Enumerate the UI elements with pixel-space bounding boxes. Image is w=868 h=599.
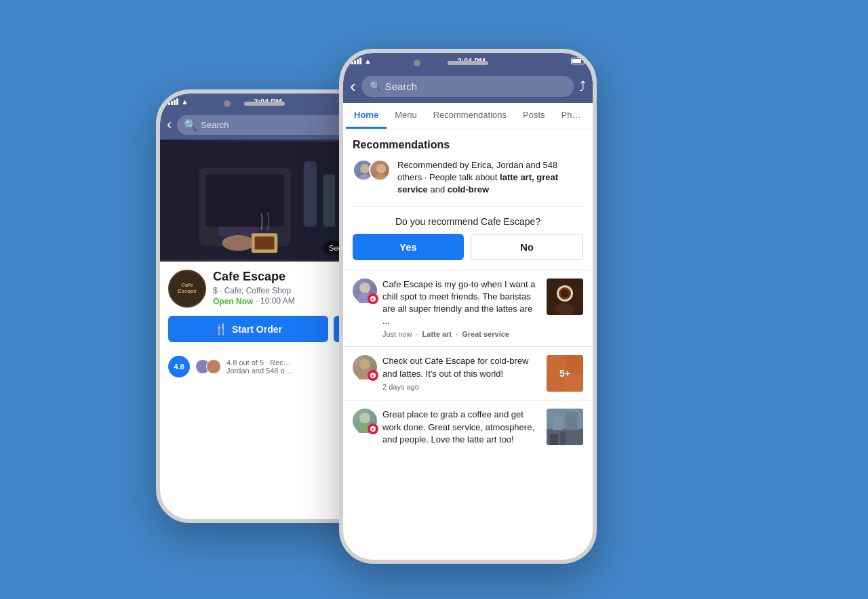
review-1-text: Cafe Escape is my go-to when I want a ch… bbox=[382, 278, 541, 328]
review-3-thumb-img bbox=[547, 409, 583, 445]
back-business-status: Open Now bbox=[213, 297, 253, 306]
svg-point-23 bbox=[555, 304, 575, 314]
review-2-count-text: 5+ bbox=[559, 368, 570, 379]
rec-avatars bbox=[353, 159, 391, 181]
rec-yes-button[interactable]: Yes bbox=[353, 234, 464, 260]
review-1-thumb-img bbox=[547, 278, 583, 315]
review-2-rec-icon: ▶ bbox=[370, 372, 376, 379]
review-2-content: Check out Cafe Escape for cold-brew and … bbox=[382, 355, 541, 390]
svg-text:▶: ▶ bbox=[372, 427, 374, 431]
rec-description: Recommended by Erica, Jordan and 548 oth… bbox=[397, 159, 583, 197]
review-1-thumbnail bbox=[547, 278, 583, 315]
svg-point-24 bbox=[359, 359, 370, 370]
rec-prompt: Do you recommend Cafe Escape? Yes No bbox=[343, 207, 593, 270]
svg-rect-8 bbox=[304, 161, 317, 226]
svg-point-7 bbox=[222, 235, 254, 251]
review-1-time: Just now bbox=[382, 330, 412, 338]
svg-rect-9 bbox=[323, 175, 335, 227]
tab-home[interactable]: Home bbox=[346, 103, 387, 129]
back-logo-text: CafeEscape bbox=[178, 283, 197, 295]
back-rating-badge: 4.8 bbox=[168, 356, 190, 377]
review-1-rec-icon: ▶ bbox=[370, 295, 376, 302]
svg-rect-39 bbox=[553, 415, 563, 430]
back-phone-camera bbox=[224, 100, 231, 107]
rec-question: Do you recommend Cafe Escape? bbox=[353, 216, 583, 227]
back-nav-bar: ‹ 🔍 Search bbox=[160, 110, 369, 140]
front-phone-speaker bbox=[448, 61, 488, 65]
back-fork-knife-icon: 🍴 bbox=[214, 323, 228, 335]
front-wifi-icon: ▲ bbox=[364, 57, 372, 65]
back-rating-text: 4.8 out of 5 · Rec… bbox=[226, 358, 292, 367]
back-search-icon: 🔍 bbox=[184, 119, 197, 131]
front-signal-bar-2 bbox=[354, 60, 356, 64]
rec-avatar-2-img bbox=[370, 161, 391, 181]
back-rating-info: 4.8 out of 5 · Rec… Jordan and 548 o… bbox=[226, 358, 292, 375]
review-3-content: Great place to grab a coffee and get wor… bbox=[382, 409, 541, 446]
back-start-order-label: Start Order bbox=[232, 324, 282, 335]
rec-bold-term-1: latte art, bbox=[500, 172, 534, 182]
svg-rect-40 bbox=[566, 412, 578, 430]
svg-point-14 bbox=[374, 174, 388, 181]
review-item-2: ▶ Check out Cafe Escape for cold-brew an… bbox=[343, 346, 593, 400]
review-3-avatar-container: ▶ bbox=[353, 409, 377, 433]
review-2-time: 2 days ago bbox=[382, 383, 419, 391]
svg-point-15 bbox=[359, 283, 370, 293]
tab-photos[interactable]: Ph… bbox=[553, 103, 589, 129]
signal-bar-4 bbox=[176, 98, 178, 105]
back-avatar-2 bbox=[206, 359, 221, 374]
tab-posts[interactable]: Posts bbox=[515, 103, 553, 129]
rec-avatar-2 bbox=[369, 159, 391, 181]
back-coffee-bg: See All › bbox=[160, 140, 369, 262]
back-action-buttons: 🍴 Start Order ⤴ bbox=[160, 316, 369, 350]
front-status-left: ▲ bbox=[351, 57, 372, 65]
back-signal-icon bbox=[168, 98, 178, 105]
front-battery-icon bbox=[571, 58, 585, 64]
front-content-area[interactable]: Recommendations bbox=[343, 129, 593, 560]
front-signal-bar-1 bbox=[351, 62, 353, 64]
front-share-button[interactable]: ⤴ bbox=[579, 79, 586, 94]
svg-text:▶: ▶ bbox=[372, 297, 374, 301]
svg-rect-42 bbox=[550, 434, 558, 445]
review-2-count-badge: 5+ bbox=[547, 355, 583, 392]
back-rating-subtext: Jordan and 548 o… bbox=[226, 367, 292, 375]
front-status-right bbox=[571, 58, 585, 64]
signal-bar-3 bbox=[174, 100, 176, 105]
svg-point-13 bbox=[376, 164, 386, 173]
rec-no-button[interactable]: No bbox=[471, 234, 583, 260]
svg-text:▶: ▶ bbox=[372, 373, 374, 377]
svg-rect-2 bbox=[205, 175, 284, 227]
review-1-dot-2: · bbox=[456, 330, 458, 338]
rec-banner: Recommended by Erica, Jordan and 548 oth… bbox=[343, 157, 593, 206]
review-3-thumbnail bbox=[547, 409, 583, 445]
review-2-meta: 2 days ago bbox=[382, 383, 541, 391]
front-search-bar[interactable]: 🔍 Search bbox=[361, 76, 574, 97]
svg-point-33 bbox=[359, 413, 370, 424]
tab-recommendations[interactable]: Recommendations bbox=[425, 103, 515, 129]
review-1-tag-2: Great service bbox=[462, 330, 509, 338]
front-signal-bar-3 bbox=[357, 59, 359, 64]
review-3-text: Great place to grab a coffee and get wor… bbox=[382, 409, 541, 446]
back-hero-image: See All › bbox=[160, 140, 369, 262]
front-back-button[interactable]: ‹ bbox=[350, 77, 356, 95]
review-1-meta: Just now · Latte art · Great service bbox=[382, 330, 541, 338]
review-1-rec-badge: ▶ bbox=[368, 293, 378, 304]
review-1-avatar-container: ▶ bbox=[353, 278, 377, 303]
back-start-order-button[interactable]: 🍴 Start Order bbox=[168, 316, 328, 342]
back-business-logo: CafeEscape bbox=[168, 270, 206, 308]
tab-menu[interactable]: Menu bbox=[387, 103, 425, 129]
back-business-info: CafeEscape Cafe Escape $ · Cafe, Coffee … bbox=[160, 262, 369, 316]
back-search-bar[interactable]: 🔍 Search bbox=[177, 115, 362, 135]
svg-rect-41 bbox=[560, 432, 566, 445]
signal-bar-1 bbox=[168, 102, 170, 105]
review-1-dot-1: · bbox=[416, 330, 418, 338]
recommendations-title: Recommendations bbox=[343, 129, 593, 157]
rec-action-buttons: Yes No bbox=[353, 234, 583, 260]
rec-bold-term-3: cold-brew bbox=[448, 184, 489, 194]
front-search-text: Search bbox=[385, 81, 418, 92]
back-search-text: Search bbox=[201, 120, 229, 130]
signal-bar-2 bbox=[171, 101, 173, 105]
back-back-button[interactable]: ‹ bbox=[167, 117, 172, 132]
svg-point-22 bbox=[561, 289, 569, 297]
front-tabs-bar: Home Menu Recommendations Posts Ph… bbox=[343, 103, 593, 129]
front-search-icon: 🔍 bbox=[370, 81, 381, 91]
